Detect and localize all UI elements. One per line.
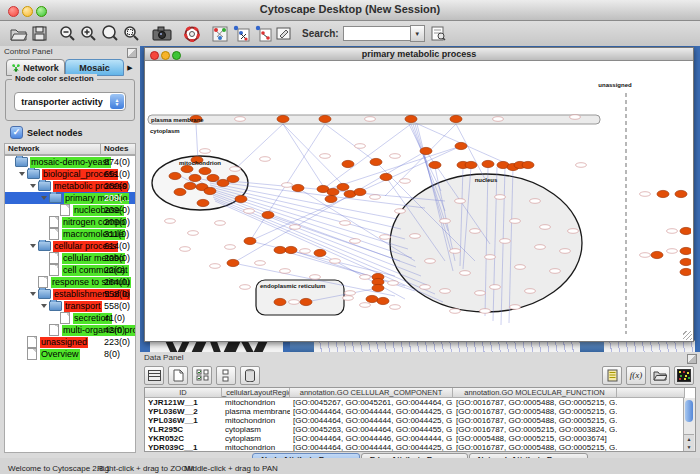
table-scrollbar[interactable]: ▲▼ — [683, 398, 695, 451]
network-window-titlebar[interactable]: primary metabolic process — [145, 48, 693, 61]
network-node[interactable] — [680, 247, 691, 254]
tree-row-mosaic-demo-yeast[interactable]: mosaic-demo-yeast874(0) — [5, 156, 135, 168]
tree-row-cellular-process[interactable]: cellular process614(0) — [5, 240, 135, 252]
annotation-tool-icon[interactable] — [276, 24, 292, 44]
network-node[interactable] — [429, 161, 441, 168]
formula-builder-icon[interactable]: f(x) — [626, 366, 646, 385]
import-attributes-folder-icon[interactable] — [650, 366, 670, 385]
network-node[interactable] — [366, 295, 378, 302]
network-node[interactable] — [274, 298, 286, 305]
table-cell[interactable]: [GO:0045263, GO:0044464, GO:0044455, G..… — [290, 425, 453, 434]
network-node[interactable] — [227, 175, 239, 182]
window-titlebar[interactable]: Cytoscape Desktop (New Session) — [0, 0, 700, 21]
tree-row-multi-organism-pro[interactable]: multi-organism pro42(0) — [5, 324, 135, 336]
table-cell[interactable]: cytoplasm — [222, 434, 290, 443]
network-node[interactable] — [325, 195, 337, 202]
network-node[interactable] — [380, 173, 392, 180]
network-node[interactable] — [174, 188, 186, 195]
table-cell[interactable] — [617, 434, 685, 443]
table-cell[interactable] — [617, 407, 685, 416]
network-node[interactable] — [314, 249, 326, 256]
table-row-YLR295C[interactable]: YLR295Ccytoplasm[GO:0045263, GO:0044464,… — [145, 425, 695, 434]
network-node[interactable] — [372, 284, 384, 291]
network-node[interactable] — [680, 227, 691, 234]
network-node[interactable] — [657, 190, 669, 197]
network-node[interactable] — [455, 142, 467, 149]
table-header-annotation.GO CELLULAR_COMPONENT[interactable]: annotation.GO CELLULAR_COMPONENT — [290, 388, 453, 398]
network-node[interactable] — [199, 167, 211, 174]
table-cell[interactable]: [GO:0044464, GO:0044446, GO:0044444, G..… — [290, 434, 453, 443]
tree-row-secretion[interactable]: secretion41(0) — [5, 312, 135, 324]
table-cell[interactable]: YDR039C__1 — [145, 443, 222, 452]
network-node[interactable] — [680, 258, 691, 265]
table-cell[interactable]: YLR295C — [145, 425, 222, 434]
table-cell[interactable]: YJR121W__1 — [145, 398, 222, 407]
table-row-YKR052C[interactable]: YKR052Ccytoplasm[GO:0044464, GO:0044446,… — [145, 434, 695, 443]
network-node[interactable] — [680, 268, 691, 275]
table-row-YDR039C__1[interactable]: YDR039C__1mitochondrion[GO:0044464, GO:0… — [145, 443, 695, 452]
edit-network-icon-2[interactable] — [254, 24, 272, 44]
network-node[interactable] — [262, 211, 274, 218]
network-view-icon[interactable] — [212, 24, 228, 44]
tree-row-establishment-of-lo[interactable]: establishment of lo558(0) — [5, 288, 135, 300]
network-node[interactable] — [227, 259, 239, 266]
network-node[interactable] — [169, 172, 181, 179]
delete-attribute-trash-icon[interactable] — [240, 366, 260, 385]
tree-row-cell-communicat[interactable]: cell communicat22(0) — [5, 264, 135, 276]
network-node[interactable] — [420, 147, 432, 154]
table-cell[interactable]: [GO:0044464, GO:0044444, GO:0044425, G..… — [290, 416, 453, 425]
table-cell[interactable]: [GO:0016787, GO:0005488, GO:0005215, G..… — [453, 416, 617, 425]
table-cell[interactable]: [GO:0044464, GO:0044444, GO:0044425, G..… — [290, 443, 453, 452]
table-cell[interactable]: YPL036W__1 — [145, 416, 222, 425]
table-header-empty[interactable] — [617, 388, 685, 398]
zoom-selected-icon[interactable] — [123, 24, 140, 44]
network-node[interactable] — [319, 115, 331, 122]
network-node[interactable] — [285, 246, 297, 253]
table-cell[interactable]: [GO:0016787, GO:0005488, GO:0005215, G..… — [453, 443, 617, 452]
tree-expand-icon[interactable] — [41, 196, 47, 200]
scrollbar-arrows[interactable]: ▲▼ — [684, 434, 694, 451]
open-session-button[interactable] — [10, 24, 28, 44]
attribute-select-icon[interactable] — [144, 366, 164, 385]
table-cell[interactable]: mitochondrion — [222, 398, 290, 407]
tab-overflow-arrow[interactable]: ▶ — [124, 59, 136, 76]
save-session-button[interactable] — [32, 24, 47, 44]
table-cell[interactable]: YKR052C — [145, 434, 222, 443]
table-cell[interactable]: [GO:0045267, GO:0045261, GO:0044464, G..… — [290, 398, 453, 407]
network-node[interactable] — [675, 190, 687, 197]
tree-column-network[interactable]: Network — [4, 143, 100, 155]
network-node[interactable] — [651, 251, 663, 258]
search-input[interactable] — [343, 26, 410, 41]
network-node[interactable] — [522, 161, 534, 168]
tree-expand-icon[interactable] — [30, 184, 36, 188]
network-node[interactable] — [207, 174, 219, 181]
tree-row-metabolic-process[interactable]: metabolic process280(0) — [5, 180, 135, 192]
zoom-out-icon[interactable] — [59, 24, 76, 44]
network-node[interactable] — [482, 160, 494, 167]
tree-row-transport[interactable]: transport558(0) — [5, 300, 135, 312]
table-cell[interactable]: mitochondrion — [222, 416, 290, 425]
new-attribute-icon[interactable] — [168, 366, 188, 385]
network-node[interactable] — [354, 188, 366, 195]
network-node[interactable] — [189, 174, 201, 181]
search-filter-icon[interactable] — [431, 24, 446, 44]
tree-expand-icon[interactable] — [30, 244, 36, 248]
network-node[interactable] — [244, 237, 256, 244]
network-node[interactable] — [235, 195, 247, 202]
table-header-annotation.GO MOLECULAR_FUNCTION[interactable]: annotation.GO MOLECULAR_FUNCTION — [453, 388, 617, 398]
network-canvas[interactable]: plasma membranecytoplasmmitochondrionnuc… — [145, 61, 691, 340]
table-cell[interactable]: cytoplasm — [222, 425, 290, 434]
table-cell[interactable] — [617, 416, 685, 425]
tree-row-nitrogen-compo[interactable]: nitrogen compo209(0) — [5, 216, 135, 228]
tree-expand-icon[interactable] — [30, 292, 36, 296]
table-header-ID[interactable]: ID — [145, 388, 222, 398]
network-node[interactable] — [300, 298, 312, 305]
network-node[interactable] — [181, 165, 193, 172]
tree-row-cellular-metabo[interactable]: cellular metabo209(0) — [5, 252, 135, 264]
zoom-in-icon[interactable] — [80, 24, 97, 44]
node-color-dropdown[interactable]: transporter activity ▲▼ — [14, 92, 126, 111]
tree-row-unassigned[interactable]: unassigned223(0) — [5, 336, 135, 348]
table-cell[interactable]: mitochondrion — [222, 443, 290, 452]
tree-row-biological-process[interactable]: biological_process651(0) — [5, 168, 135, 180]
scrollbar-thumb[interactable] — [685, 400, 693, 422]
